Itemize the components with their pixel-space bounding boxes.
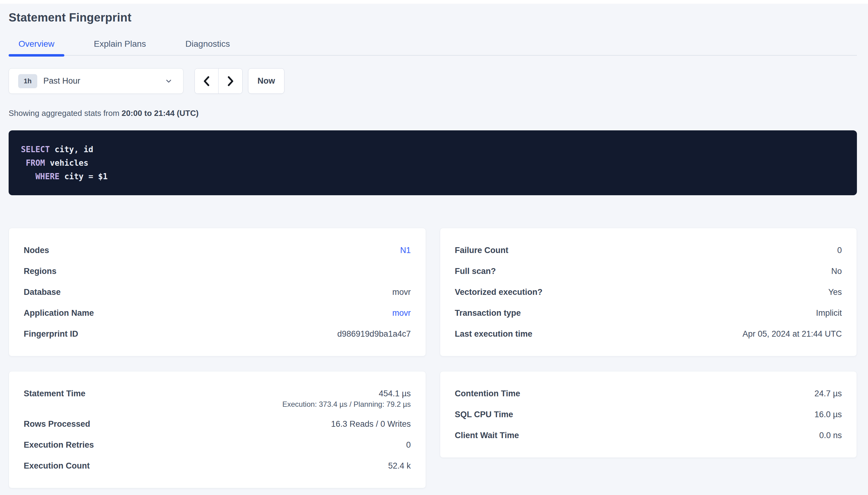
table-row: SQL CPU Time 16.0 µs [455,404,842,425]
sql-text: vehicles [45,158,88,168]
table-row: Execution Retries 0 [24,434,411,455]
table-row: Transaction type Implicit [455,303,842,323]
chevron-down-icon [165,77,173,85]
row-value: 24.7 µs [815,383,842,404]
row-label: Transaction type [455,303,521,323]
summary-cards-row: Nodes N1 Regions Database movr Applicati… [9,228,857,356]
table-row: Application Name movr [24,303,411,323]
next-time-button[interactable] [218,69,242,93]
time-step-buttons [195,68,243,94]
row-value: Implicit [816,303,842,323]
row-subvalue: Execution: 373.4 µs / Planning: 79.2 µs [282,400,411,409]
stats-prefix: Showing aggregated stats from [9,108,121,118]
chevron-right-icon [226,75,235,87]
sql-keyword: FROM [21,158,45,168]
row-value: 16.0 µs [815,404,842,425]
stats-range: 20:00 to 21:44 (UTC) [121,108,198,118]
statement-fingerprint-page: Statement Fingerprint Overview Explain P… [0,4,868,488]
row-value: Yes [828,281,842,303]
row-value: 0 [406,434,411,455]
sql-statement-box: SELECT city, id FROM vehicles WHERE city… [9,130,857,195]
now-button[interactable]: Now [248,68,284,94]
tab-bar: Overview Explain Plans Diagnostics [9,38,857,56]
tab-diagnostics[interactable]: Diagnostics [176,38,240,50]
table-row: Full scan? No [455,261,842,281]
table-row: Contention Time 24.7 µs [455,383,842,404]
row-label: Client Wait Time [455,425,519,446]
time-range-badge: 1h [18,74,37,88]
table-row: Execution Count 52.4 k [24,455,411,476]
row-label: Failure Count [455,240,508,261]
row-label: Contention Time [455,383,521,404]
row-label: Rows Processed [24,413,90,434]
sql-text: city, id [50,145,93,154]
table-row: Vectorized execution? Yes [455,281,842,303]
execution-attributes-card: Failure Count 0 Full scan? No Vectorized… [440,228,857,356]
wait-time-card: Contention Time 24.7 µs SQL CPU Time 16.… [440,371,857,458]
sql-keyword: SELECT [21,145,50,154]
row-value: 16.3 Reads / 0 Writes [331,413,411,434]
table-row: Client Wait Time 0.0 ns [455,425,842,446]
nodes-link[interactable]: N1 [400,240,411,261]
top-edge [0,0,868,4]
time-range-label: Past Hour [44,76,165,86]
row-label: Application Name [24,303,94,323]
row-value: 0 [837,240,842,261]
table-row: Last execution time Apr 05, 2024 at 21:4… [455,323,842,344]
row-value: 0.0 ns [819,425,842,446]
row-label: Regions [24,261,56,281]
table-row: Fingerprint ID d986919d9ba1a4c7 [24,323,411,344]
page-title: Statement Fingerprint [9,11,857,24]
row-label: Nodes [24,240,49,261]
statement-time-card: Statement Time 454.1 µs Execution: 373.4… [9,371,426,488]
time-range-select[interactable]: 1h Past Hour [9,68,183,94]
row-label: SQL CPU Time [455,404,513,425]
table-row: Database movr [24,281,411,303]
time-controls: 1h Past Hour Now [9,68,857,94]
row-label: Last execution time [455,323,533,344]
sql-keyword: WHERE [21,172,60,181]
row-value: 52.4 k [388,455,411,476]
row-label: Execution Retries [24,434,94,455]
table-row: Nodes N1 [24,240,411,261]
application-name-link[interactable]: movr [392,303,411,323]
row-value: Apr 05, 2024 at 21:44 UTC [742,323,842,344]
previous-time-button[interactable] [195,69,218,93]
row-label: Fingerprint ID [24,323,78,344]
tab-overview[interactable]: Overview [9,38,64,50]
sql-line: WHERE city = $1 [21,170,845,183]
row-label: Full scan? [455,261,496,281]
table-row: Rows Processed 16.3 Reads / 0 Writes [24,413,411,434]
chevron-left-icon [202,75,211,87]
table-row: Failure Count 0 [455,240,842,261]
aggregated-stats-line: Showing aggregated stats from 20:00 to 2… [9,108,857,118]
row-value: movr [392,281,411,303]
tab-explain-plans[interactable]: Explain Plans [84,38,156,50]
row-label: Statement Time [24,383,85,404]
table-row: Regions [24,261,411,281]
timing-cards-row: Statement Time 454.1 µs Execution: 373.4… [9,371,857,488]
row-label: Database [24,281,61,303]
row-value: No [831,261,842,281]
statement-details-card: Nodes N1 Regions Database movr Applicati… [9,228,426,356]
row-label: Vectorized execution? [455,281,543,303]
sql-line: FROM vehicles [21,156,845,170]
table-row: Statement Time 454.1 µs Execution: 373.4… [24,383,411,409]
sql-line: SELECT city, id [21,143,845,156]
row-label: Execution Count [24,455,90,476]
row-value: d986919d9ba1a4c7 [337,323,411,344]
sql-text: city = $1 [60,172,108,181]
